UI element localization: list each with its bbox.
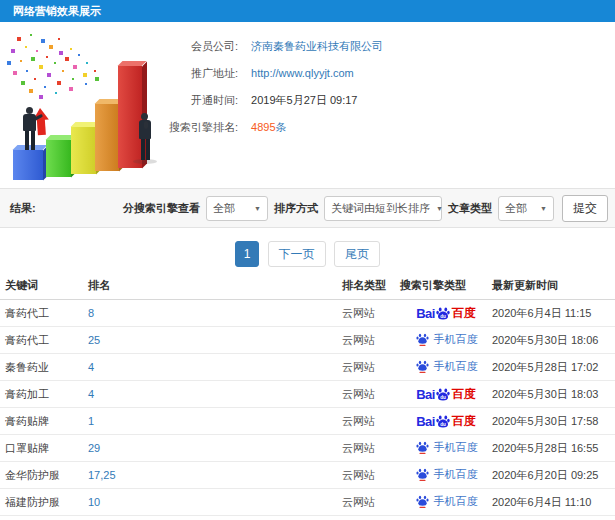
- mobile-baidu-logo: 手机百度: [415, 494, 478, 509]
- engine-filter-value: 全部: [213, 201, 235, 216]
- updated-time-text: 2020年6月4日 11:10: [492, 496, 591, 508]
- mobile-baidu-paw-icon: [416, 468, 429, 481]
- confetti-decoration: [0, 28, 2, 30]
- chevron-down-icon: ▼: [436, 205, 443, 212]
- mobile-baidu-text: 手机百度: [434, 467, 478, 482]
- rank-type-text: 云网站: [342, 307, 375, 319]
- bar-blue: [13, 150, 43, 180]
- rank-type-text: 云网站: [342, 496, 375, 508]
- mobile-baidu-paw-icon: [416, 360, 429, 373]
- keyword-text: 秦鲁药业: [5, 361, 49, 373]
- last-page-button[interactable]: 尾页: [334, 241, 380, 267]
- keyword-text: 膏药贴牌: [5, 415, 49, 427]
- mobile-baidu-paw-icon: [416, 495, 429, 508]
- keyword-text: 福建防护服: [5, 496, 60, 508]
- chevron-down-icon: ▼: [540, 205, 547, 212]
- company-info: 会员公司: 济南秦鲁药业科技有限公司 推广地址: http://www.qlyy…: [0, 33, 440, 141]
- baidu-paw-icon: du: [436, 307, 450, 320]
- engine-filter-select[interactable]: 全部 ▼: [206, 196, 268, 221]
- sort-filter-value: 关键词由短到长排序: [331, 201, 430, 216]
- col-header-updated: 最新更新时间: [492, 278, 615, 293]
- rank-type-text: 云网站: [342, 388, 375, 400]
- mobile-baidu-text: 手机百度: [434, 332, 478, 347]
- rank-link[interactable]: 1: [88, 415, 94, 427]
- baidu-paw-icon: du: [436, 415, 450, 428]
- chevron-down-icon: ▼: [254, 205, 261, 212]
- keyword-text: 膏药代工: [5, 334, 49, 346]
- hero-section: 会员公司: 济南秦鲁药业科技有限公司 推广地址: http://www.qlyy…: [0, 28, 615, 188]
- keyword-text: 膏药代工: [5, 307, 49, 319]
- table-header-row: 关键词 排名 排名类型 搜索引擎类型 最新更新时间: [0, 272, 615, 300]
- open-time-row: 开通时间: 2019年5月27日 09:17: [0, 87, 440, 114]
- filter-controls: 分搜索引擎查看 全部 ▼ 排序方式 关键词由短到长排序 ▼ 文章类型 全部 ▼ …: [117, 189, 608, 227]
- mobile-baidu-text: 手机百度: [434, 440, 478, 455]
- rank-type-text: 云网站: [342, 469, 375, 481]
- mobile-baidu-logo: 手机百度: [415, 359, 478, 374]
- keyword-text: 口罩贴牌: [5, 442, 49, 454]
- table-row: 膏药代工 25 云网站 Bai du 百度: [0, 327, 615, 354]
- page-1-button[interactable]: 1: [235, 241, 259, 267]
- article-type-label: 文章类型: [448, 201, 492, 216]
- svg-text:du: du: [440, 421, 446, 426]
- baidu-logo: Bai du 百度: [416, 413, 476, 430]
- promo-url-link[interactable]: http://www.qlyyjt.com: [251, 67, 354, 79]
- member-company-row: 会员公司: 济南秦鲁药业科技有限公司: [0, 33, 440, 60]
- mobile-baidu-paw-icon: [416, 441, 429, 454]
- mobile-baidu-text: 手机百度: [434, 494, 478, 509]
- rank-link[interactable]: 4: [88, 388, 94, 400]
- next-page-button[interactable]: 下一页: [268, 241, 326, 267]
- submit-button[interactable]: 提交: [562, 195, 608, 222]
- mobile-baidu-logo: 手机百度: [415, 440, 478, 455]
- result-section-label: 结果:: [10, 189, 36, 227]
- table-row: 膏药贴牌 1 云网站 Bai du 百度: [0, 408, 615, 435]
- rank-link[interactable]: 17,25: [88, 469, 116, 481]
- updated-time-text: 2020年5月30日 18:06: [492, 334, 598, 346]
- rank-type-text: 云网站: [342, 361, 375, 373]
- mobile-baidu-logo: 手机百度: [415, 332, 478, 347]
- updated-time-text: 2020年5月28日 17:02: [492, 361, 598, 373]
- table-row: Bai du 百度: [0, 516, 615, 520]
- mobile-baidu-logo: 手机百度: [415, 467, 478, 482]
- pagination: 1 下一页 尾页: [0, 241, 615, 267]
- article-type-select[interactable]: 全部 ▼: [498, 196, 554, 221]
- rank-type-text: 云网站: [342, 442, 375, 454]
- table-body: 膏药代工 8 云网站 Bai du 百度: [0, 300, 615, 520]
- col-header-rank-type: 排名类型: [342, 278, 400, 293]
- article-type-value: 全部: [505, 201, 527, 216]
- updated-time-text: 2020年6月4日 11:15: [492, 307, 591, 319]
- page-title: 网络营销效果展示: [13, 5, 101, 17]
- updated-time-text: 2020年5月30日 18:03: [492, 388, 598, 400]
- keyword-text: 金华防护服: [5, 469, 60, 481]
- table-row: 金华防护服 17,25 云网站 Bai du 百度: [0, 462, 615, 489]
- engine-rank-unit: 条: [276, 121, 287, 133]
- rank-type-text: 云网站: [342, 415, 375, 427]
- rank-link[interactable]: 25: [88, 334, 100, 346]
- engine-rank-count: 4895: [251, 121, 275, 133]
- rank-link[interactable]: 29: [88, 442, 100, 454]
- updated-time-text: 2020年5月30日 17:58: [492, 415, 598, 427]
- rank-link[interactable]: 10: [88, 496, 100, 508]
- promo-url-label: 推广地址:: [0, 60, 238, 87]
- updated-time-text: 2020年6月20日 09:25: [492, 469, 598, 481]
- engine-filter-label: 分搜索引擎查看: [123, 201, 200, 216]
- baidu-paw-icon: du: [436, 388, 450, 401]
- table-row: 膏药代工 8 云网站 Bai du 百度: [0, 300, 615, 327]
- sort-filter-select[interactable]: 关键词由短到长排序 ▼: [324, 196, 442, 221]
- result-filter-panel: 结果: 分搜索引擎查看 全部 ▼ 排序方式 关键词由短到长排序 ▼ 文章类型 全…: [0, 188, 615, 228]
- engine-rank-label: 搜索引擎排名:: [0, 114, 238, 141]
- col-header-keyword: 关键词: [5, 278, 88, 293]
- rank-link[interactable]: 8: [88, 307, 94, 319]
- keyword-rank-table: 关键词 排名 排名类型 搜索引擎类型 最新更新时间 膏药代工 8 云网站 Bai…: [0, 272, 615, 520]
- member-company-link[interactable]: 济南秦鲁药业科技有限公司: [251, 40, 383, 52]
- promo-url-row: 推广地址: http://www.qlyyjt.com: [0, 60, 440, 87]
- updated-time-text: 2020年5月28日 16:55: [492, 442, 598, 454]
- engine-rank-row: 搜索引擎排名: 4895条: [0, 114, 440, 141]
- table-row: 福建防护服 10 云网站 Bai du 百度: [0, 489, 615, 516]
- table-row: 口罩贴牌 29 云网站 Bai du 百度: [0, 435, 615, 462]
- table-row: 秦鲁药业 4 云网站 Bai du 百度: [0, 354, 615, 381]
- col-header-engine: 搜索引擎类型: [400, 278, 492, 293]
- rank-link[interactable]: 4: [88, 361, 94, 373]
- mobile-baidu-text: 手机百度: [434, 359, 478, 374]
- keyword-text: 膏药加工: [5, 388, 49, 400]
- baidu-logo: Bai du 百度: [416, 386, 476, 403]
